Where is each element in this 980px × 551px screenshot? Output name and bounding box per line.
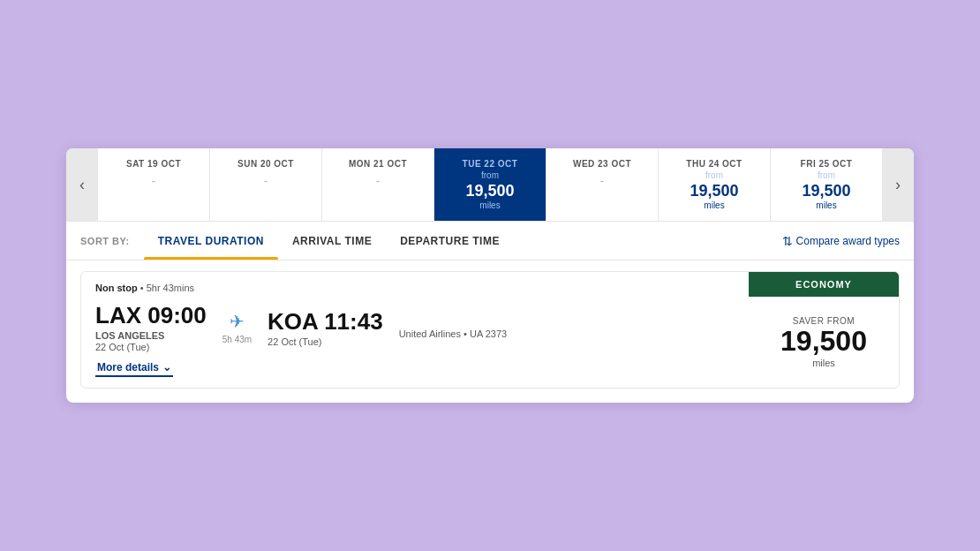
airline-info: United Airlines • UA 2373 — [399, 328, 508, 339]
no-miles-dash: - — [326, 174, 430, 187]
date-cells: SAT 19 OCT - SUN 20 OCT - MON 21 OCT - T… — [98, 148, 882, 221]
from-label: from — [438, 170, 542, 180]
date-cell-sun20[interactable]: SUN 20 OCT - — [210, 148, 322, 221]
from-label: from — [774, 170, 878, 180]
plane-icon: ✈ — [230, 311, 245, 332]
flight-price-column: ECONOMY SAVER FROM 19,500 miles — [749, 272, 899, 388]
sort-tabs: TRAVEL DURATION ARRIVAL TIME DEPARTURE T… — [144, 223, 514, 260]
tab-departure-time[interactable]: DEPARTURE TIME — [386, 223, 514, 260]
miles-unit: miles — [662, 200, 766, 210]
date-cell-thu24[interactable]: THU 24 OCT from 19,500 miles — [659, 148, 771, 221]
stop-info: Non stop — [95, 283, 138, 293]
chevron-down-icon: ⌄ — [162, 361, 171, 374]
date-cell-fri25[interactable]: FRI 25 OCT from 19,500 miles — [771, 148, 882, 221]
economy-header: ECONOMY — [749, 272, 899, 297]
departure-city: LOS ANGELES — [95, 330, 207, 341]
price-body[interactable]: SAVER FROM 19,500 miles — [749, 297, 899, 388]
miles-unit: miles — [438, 200, 542, 210]
duration-tag: • 5hr 43mins — [140, 283, 194, 293]
flight-main: Non stop • 5hr 43mins LAX 09:00 LOS ANGE… — [81, 272, 749, 388]
day-label: TUE 22 OCT — [438, 159, 542, 169]
departure-date: 22 Oct (Tue) — [95, 342, 207, 352]
date-cell-sat19[interactable]: SAT 19 OCT - — [98, 148, 210, 221]
compare-icon: ⇅ — [782, 234, 793, 248]
date-cell-wed23[interactable]: WED 23 OCT - — [547, 148, 659, 221]
main-card: ‹ SAT 19 OCT - SUN 20 OCT - MON 21 OCT -… — [66, 148, 914, 403]
no-miles-dash: - — [102, 174, 206, 187]
arrival-iata-time: KOA 11:43 — [268, 308, 383, 336]
miles-text: miles — [812, 358, 835, 368]
miles-value: 19,500 — [662, 182, 766, 200]
arrival-info: KOA 11:43 22 Oct (Tue) — [268, 308, 383, 347]
miles-value: 19,500 — [774, 182, 878, 200]
no-miles-dash: - — [214, 174, 318, 187]
date-cell-mon21[interactable]: MON 21 OCT - — [322, 148, 434, 221]
next-arrow[interactable]: › — [882, 148, 914, 221]
from-label: from — [662, 170, 766, 180]
compare-label: Compare award types — [796, 235, 900, 247]
sort-bar: SORT BY: TRAVEL DURATION ARRIVAL TIME DE… — [66, 222, 914, 260]
results-area: Non stop • 5hr 43mins LAX 09:00 LOS ANGE… — [66, 260, 914, 403]
flight-duration: 5h 43m — [222, 335, 252, 344]
day-label: MON 21 OCT — [326, 159, 430, 169]
date-cell-tue22[interactable]: TUE 22 OCT from 19,500 miles — [434, 148, 547, 221]
date-strip: ‹ SAT 19 OCT - SUN 20 OCT - MON 21 OCT -… — [66, 148, 914, 222]
miles-value: 19,500 — [438, 182, 542, 200]
tab-arrival-time[interactable]: ARRIVAL TIME — [278, 223, 386, 260]
departure-iata-time: LAX 09:00 — [95, 302, 207, 329]
day-label: THU 24 OCT — [662, 159, 766, 169]
day-label: WED 23 OCT — [550, 159, 654, 169]
day-label: SUN 20 OCT — [214, 159, 318, 169]
day-label: SAT 19 OCT — [102, 159, 206, 169]
miles-unit: miles — [774, 200, 878, 210]
compare-award-types-link[interactable]: ⇅ Compare award types — [782, 234, 900, 248]
no-miles-dash: - — [550, 174, 654, 187]
tab-travel-duration[interactable]: TRAVEL DURATION — [144, 223, 278, 260]
flight-route: LAX 09:00 LOS ANGELES 22 Oct (Tue) ✈ 5h … — [95, 302, 735, 352]
flight-tag: Non stop • 5hr 43mins — [95, 283, 735, 293]
flight-card: Non stop • 5hr 43mins LAX 09:00 LOS ANGE… — [80, 271, 900, 389]
sort-by-label: SORT BY: — [80, 236, 130, 246]
arrival-date: 22 Oct (Tue) — [268, 336, 383, 347]
prev-arrow[interactable]: ‹ — [66, 148, 98, 221]
price-miles: 19,500 — [780, 326, 867, 357]
day-label: FRI 25 OCT — [774, 159, 878, 169]
flight-arrow: ✈ 5h 43m — [222, 311, 252, 344]
departure-info: LAX 09:00 LOS ANGELES 22 Oct (Tue) — [95, 302, 207, 352]
more-details-button[interactable]: More details ⌄ — [95, 361, 173, 377]
